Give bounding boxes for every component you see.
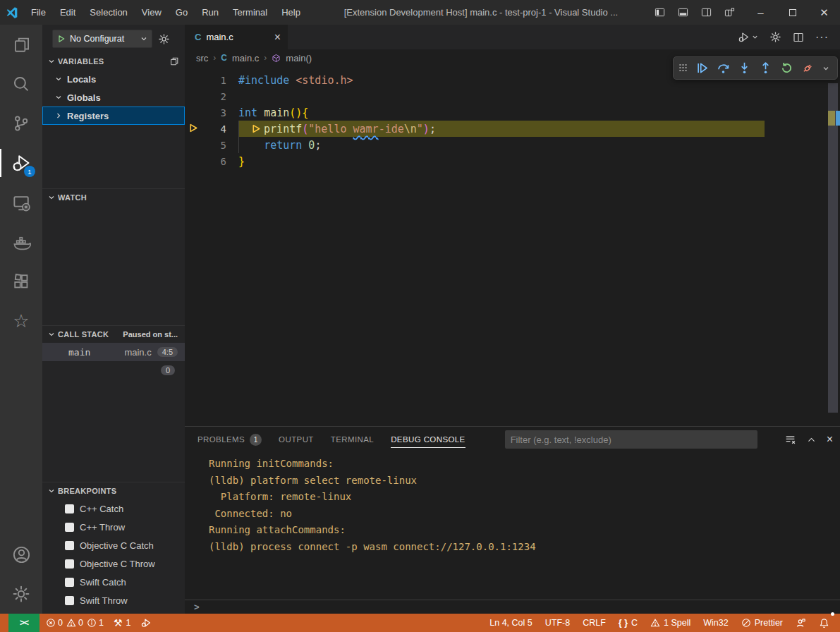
variables-row-locals[interactable]: Locals [42, 70, 185, 88]
breakpoint-row[interactable]: Objective C Catch [42, 536, 185, 554]
close-button[interactable]: ✕ [808, 0, 840, 25]
activity-extensions[interactable] [0, 262, 42, 301]
toggle-sidebar-icon[interactable] [655, 7, 665, 18]
breakpoints-header[interactable]: BREAKPOINTS [42, 482, 185, 499]
step-over-button[interactable] [717, 61, 730, 75]
encoding[interactable]: UTF-8 [542, 614, 573, 632]
remote-indicator[interactable]: >< [8, 614, 39, 632]
toggle-panel-icon[interactable] [678, 7, 688, 18]
split-editor-icon[interactable] [793, 32, 804, 43]
variables-header[interactable]: VARIABLES [42, 53, 185, 70]
activity-accounts[interactable] [0, 535, 42, 574]
chevron-down-icon[interactable] [822, 65, 829, 72]
activity-settings[interactable] [0, 574, 42, 614]
checkbox-unchecked[interactable] [65, 596, 74, 605]
code-line[interactable]: 2 [185, 88, 840, 104]
breadcrumb-symbol[interactable]: main() [286, 53, 312, 63]
breakpoint-row[interactable]: Objective C Throw [42, 554, 185, 573]
maximize-button[interactable] [777, 0, 808, 25]
restart-button[interactable] [780, 61, 793, 75]
stack-frame-row[interactable]: main main.c 4:5 [42, 343, 185, 361]
breadcrumb-file[interactable]: main.c [232, 53, 259, 63]
code-line[interactable]: 4 printf("hello wamr-ide\n"); [185, 121, 840, 137]
menu-file[interactable]: File [24, 0, 53, 25]
breakpoint-row[interactable]: Swift Throw [42, 591, 185, 609]
session-row[interactable]: 0 [42, 361, 185, 379]
activity-source-control[interactable] [0, 104, 42, 143]
gutter[interactable]: 2 [185, 88, 238, 104]
code-line[interactable]: 6} [185, 153, 840, 169]
tab-main-c[interactable]: C main.c × [185, 25, 288, 49]
menu-view[interactable]: View [135, 0, 169, 25]
tools-status[interactable]: ⚒ 1 [110, 614, 135, 632]
gutter[interactable]: 3 [185, 104, 238, 121]
step-into-button[interactable] [738, 61, 751, 75]
spell-checker-status[interactable]: 1 Spell [647, 614, 694, 632]
activity-explorer[interactable] [0, 25, 42, 64]
variables-row-globals[interactable]: Globals [42, 88, 185, 107]
watch-header[interactable]: WATCH [42, 189, 185, 206]
panel-tab-debug-console[interactable]: DEBUG CONSOLE [391, 427, 465, 452]
launch-config-dropdown[interactable]: No Configurat [52, 30, 152, 48]
activity-docker[interactable] [0, 222, 42, 262]
code-line[interactable]: 5 return 0; [185, 137, 840, 153]
gear-icon[interactable] [769, 31, 781, 43]
variables-row-registers[interactable]: Registers [42, 107, 185, 125]
notifications[interactable] [815, 614, 833, 632]
clear-console-icon[interactable] [784, 434, 796, 446]
toggle-secondary-sidebar-icon[interactable] [701, 7, 712, 18]
more-actions-icon[interactable]: ··· [815, 34, 829, 41]
breakpoint-row[interactable]: C++ Catch [42, 499, 185, 518]
copy-icon[interactable] [169, 56, 179, 66]
panel-tab-terminal[interactable]: TERMINAL [331, 427, 374, 452]
panel-tab-problems[interactable]: PROBLEMS1 [197, 427, 262, 452]
activity-remote-explorer[interactable] [0, 183, 42, 222]
call-stack-header[interactable]: CALL STACK Paused on st... [42, 326, 185, 343]
eol-sequence[interactable]: CRLF [579, 614, 609, 632]
menu-selection[interactable]: Selection [83, 0, 134, 25]
debug-console-toggle[interactable] [137, 614, 155, 632]
minimize-button[interactable]: – [745, 0, 777, 25]
close-tab-icon[interactable]: × [274, 31, 281, 44]
customize-layout-icon[interactable] [724, 7, 735, 18]
cursor-position[interactable]: Ln 4, Col 5 [486, 614, 535, 632]
step-out-button[interactable] [759, 61, 772, 75]
menu-run[interactable]: Run [195, 0, 226, 25]
continue-button[interactable] [695, 61, 709, 75]
platform-target[interactable]: Win32 [700, 614, 731, 632]
activity-search[interactable] [0, 64, 42, 104]
drag-handle-icon[interactable] [679, 64, 688, 73]
gutter[interactable]: 1 [185, 72, 238, 88]
debug-console-output[interactable]: Running initCommands:(lldb) platform sel… [185, 452, 840, 600]
console-filter-input[interactable] [505, 430, 757, 449]
problems-status[interactable]: 0 0 1 [42, 614, 107, 632]
breakpoint-row[interactable]: C++ Throw [42, 518, 185, 536]
activity-run-debug[interactable]: 1 [0, 143, 42, 183]
gutter[interactable]: 6 [185, 153, 238, 169]
gutter[interactable]: 4 [185, 121, 238, 137]
panel-tab-output[interactable]: OUTPUT [279, 427, 314, 452]
checkbox-unchecked[interactable] [65, 578, 74, 587]
menu-help[interactable]: Help [274, 0, 308, 25]
code-line[interactable]: 3int main(){ [185, 104, 840, 121]
checkbox-unchecked[interactable] [65, 559, 74, 569]
maximize-panel-icon[interactable] [807, 435, 816, 444]
checkbox-unchecked[interactable] [65, 504, 74, 514]
gutter[interactable]: 5 [185, 137, 238, 153]
editor-scrollbar[interactable] [828, 83, 838, 413]
activity-star-extension[interactable]: ☆ [0, 301, 42, 341]
code-editor[interactable]: 1#include <stdio.h>23int main(){4 printf… [185, 66, 840, 426]
debug-console-input[interactable]: > [185, 600, 840, 614]
disconnect-button[interactable] [801, 61, 815, 75]
checkbox-unchecked[interactable] [65, 541, 74, 550]
language-mode[interactable]: { } C [615, 614, 641, 632]
breadcrumb-src[interactable]: src [196, 53, 208, 63]
menu-edit[interactable]: Edit [53, 0, 83, 25]
formatter-status[interactable]: Prettier [738, 614, 786, 632]
menu-go[interactable]: Go [169, 0, 195, 25]
menu-terminal[interactable]: Terminal [226, 0, 274, 25]
close-panel-icon[interactable]: × [827, 433, 833, 446]
breakpoint-row[interactable]: Swift Catch [42, 573, 185, 591]
feedback[interactable] [792, 614, 810, 632]
checkbox-unchecked[interactable] [65, 523, 74, 532]
